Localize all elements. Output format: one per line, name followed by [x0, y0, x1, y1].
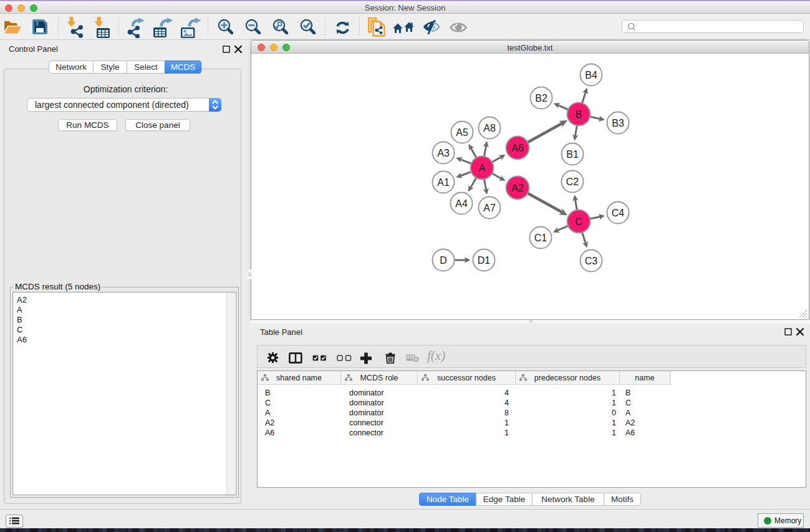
- svg-text:B2: B2: [535, 93, 547, 104]
- svg-text:C3: C3: [585, 256, 598, 266]
- svg-text:C: C: [575, 216, 582, 227]
- svg-text:D1: D1: [478, 255, 491, 266]
- svg-text:C1: C1: [534, 233, 547, 243]
- svg-text:A7: A7: [483, 203, 496, 213]
- svg-text:A4: A4: [455, 198, 468, 209]
- svg-text:A8: A8: [483, 123, 496, 133]
- svg-text:C2: C2: [566, 177, 579, 187]
- svg-text:A2: A2: [511, 183, 524, 193]
- svg-text:A3: A3: [437, 148, 450, 158]
- svg-text:B4: B4: [585, 70, 597, 80]
- svg-text:B1: B1: [566, 149, 579, 160]
- svg-text:A1: A1: [437, 177, 450, 188]
- svg-text:A5: A5: [456, 127, 468, 138]
- svg-text:C4: C4: [612, 208, 625, 218]
- svg-text:A: A: [479, 163, 486, 173]
- svg-text:B: B: [576, 109, 582, 120]
- svg-text:B3: B3: [612, 118, 624, 128]
- svg-text:A6: A6: [511, 143, 524, 153]
- svg-text:D: D: [440, 255, 447, 266]
